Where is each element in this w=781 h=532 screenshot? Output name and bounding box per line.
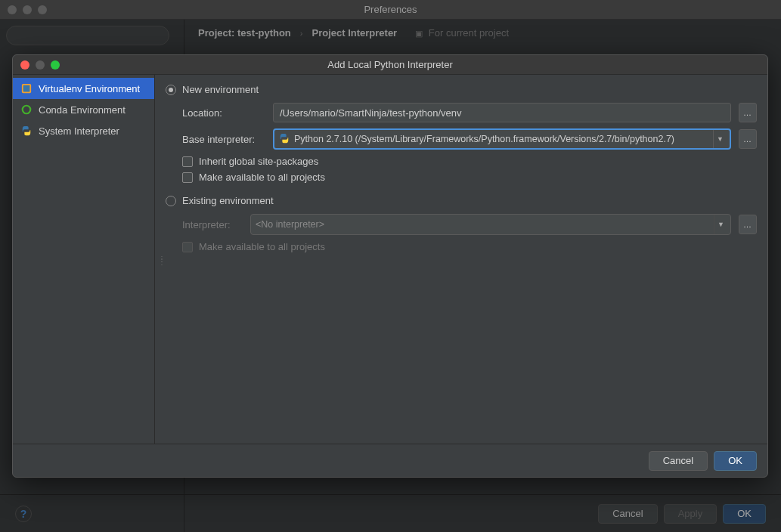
- sidebar-item-label: System Interpreter: [39, 125, 119, 137]
- existing-environment-radio[interactable]: [166, 196, 176, 206]
- minimize-dialog-icon: [36, 60, 45, 70]
- python-icon: [20, 125, 33, 137]
- base-interpreter-row: Base interpreter: Python 2.7.10 (/System…: [166, 128, 757, 150]
- make-available-label: Make available to all projects: [199, 172, 325, 183]
- chevron-down-icon: ▼: [714, 215, 727, 234]
- location-label: Location:: [182, 107, 265, 119]
- interpreter-value: <No interpreter>: [256, 219, 324, 230]
- dialog-footer: Cancel OK: [13, 444, 767, 477]
- close-window-icon[interactable]: [8, 5, 17, 14]
- interpreter-label: Interpreter:: [182, 219, 243, 230]
- inherit-packages-label: Inherit global site-packages: [199, 156, 318, 167]
- browse-base-interpreter-button[interactable]: …: [739, 129, 757, 149]
- close-dialog-icon[interactable]: [20, 60, 29, 70]
- dialog-titlebar: Add Local Python Interpreter: [13, 55, 767, 75]
- minimize-window-icon[interactable]: [23, 5, 32, 14]
- interpreter-type-sidebar: Virtualenv Environment Conda Environment…: [13, 75, 155, 444]
- location-input[interactable]: [273, 103, 731, 122]
- dialog-window-controls: [20, 60, 60, 70]
- new-environment-radio[interactable]: [166, 85, 176, 95]
- dialog-content: New environment Location: … Base interpr…: [155, 75, 767, 444]
- inherit-packages-row[interactable]: Inherit global site-packages: [166, 156, 757, 167]
- make-available-existing-checkbox: [182, 242, 193, 252]
- make-available-checkbox[interactable]: [182, 172, 193, 183]
- svg-rect-1: [23, 85, 30, 92]
- make-available-row[interactable]: Make available to all projects: [166, 172, 757, 183]
- interpreter-row: Interpreter: <No interpreter> ▼ …: [166, 214, 757, 235]
- window-controls: [8, 5, 47, 14]
- preferences-title: Preferences: [364, 4, 417, 15]
- virtualenv-icon: [20, 82, 33, 94]
- chevron-down-icon[interactable]: ▼: [713, 130, 727, 148]
- base-interpreter-label: Base interpreter:: [182, 134, 265, 145]
- inherit-packages-checkbox[interactable]: [182, 156, 193, 167]
- add-interpreter-dialog: Add Local Python Interpreter Virtualenv …: [12, 54, 768, 478]
- base-interpreter-value: Python 2.7.10 (/System/Library/Framework…: [294, 134, 674, 144]
- resize-handle-icon[interactable]: ⋮⋮: [158, 258, 166, 264]
- zoom-dialog-icon[interactable]: [51, 60, 60, 70]
- conda-icon: [20, 104, 33, 116]
- existing-environment-radio-row[interactable]: Existing environment: [166, 195, 757, 206]
- cancel-button[interactable]: Cancel: [649, 451, 708, 471]
- zoom-window-icon[interactable]: [38, 5, 47, 14]
- sidebar-item-conda[interactable]: Conda Environment: [13, 99, 154, 120]
- python-icon: [279, 133, 290, 146]
- location-row: Location: …: [166, 103, 757, 122]
- ok-button[interactable]: OK: [714, 451, 757, 471]
- dialog-body: Virtualenv Environment Conda Environment…: [13, 75, 767, 444]
- svg-point-2: [23, 106, 31, 114]
- new-environment-radio-row[interactable]: New environment: [166, 84, 757, 95]
- sidebar-item-system[interactable]: System Interpreter: [13, 120, 154, 141]
- make-available-existing-label: Make available to all projects: [199, 241, 325, 252]
- new-environment-label: New environment: [182, 84, 259, 95]
- dialog-title: Add Local Python Interpreter: [327, 59, 453, 70]
- make-available-existing-row: Make available to all projects: [166, 241, 757, 252]
- base-interpreter-combo[interactable]: Python 2.7.10 (/System/Library/Framework…: [273, 128, 731, 150]
- sidebar-item-virtualenv[interactable]: Virtualenv Environment: [13, 78, 154, 99]
- sidebar-item-label: Virtualenv Environment: [39, 83, 140, 94]
- sidebar-item-label: Conda Environment: [39, 104, 126, 116]
- preferences-titlebar: Preferences: [0, 0, 781, 20]
- existing-environment-label: Existing environment: [182, 195, 274, 206]
- browse-interpreter-button[interactable]: …: [739, 215, 757, 234]
- browse-location-button[interactable]: …: [739, 103, 757, 122]
- interpreter-combo: <No interpreter> ▼: [250, 214, 731, 235]
